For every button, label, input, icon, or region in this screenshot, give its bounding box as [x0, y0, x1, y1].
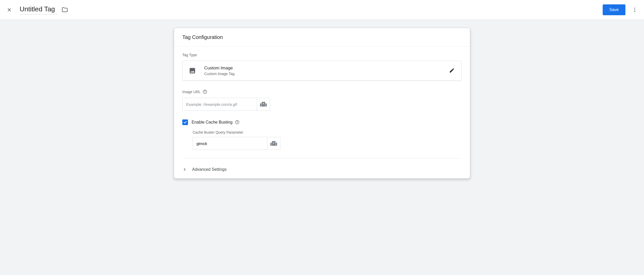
tag-type-title: Custom Image: [204, 66, 449, 71]
cache-busting-help[interactable]: [235, 120, 240, 125]
image-url-input[interactable]: [182, 98, 257, 111]
save-button[interactable]: Save: [603, 4, 625, 15]
content-area: Tag Configuration Tag Type Custom Image …: [0, 20, 644, 187]
svg-point-11: [237, 123, 237, 123]
svg-rect-14: [276, 143, 277, 146]
cache-busting-label: Enable Cache Busting: [192, 120, 232, 125]
svg-rect-16: [273, 142, 274, 143]
more-menu-button[interactable]: [632, 7, 638, 13]
pencil-icon: [449, 68, 455, 73]
tag-type-selector[interactable]: Custom Image Custom Image Tag: [182, 61, 462, 81]
svg-rect-7: [265, 103, 267, 107]
edit-tag-type-button[interactable]: [449, 68, 455, 74]
svg-rect-12: [270, 143, 272, 146]
page-header: Save: [0, 0, 644, 20]
image-url-variable-button[interactable]: [257, 98, 270, 111]
svg-rect-9: [263, 103, 264, 104]
folder-button[interactable]: [61, 6, 68, 13]
help-icon: [235, 120, 239, 124]
tag-type-label: Tag Type: [182, 53, 462, 57]
more-vert-icon: [632, 7, 638, 13]
cache-param-variable-button[interactable]: [267, 137, 280, 150]
svg-point-1: [634, 9, 635, 10]
image-url-label: Image URL: [182, 90, 201, 94]
advanced-settings-label: Advanced Settings: [192, 167, 226, 172]
check-icon: [183, 120, 187, 124]
variable-picker-icon: [260, 102, 267, 107]
close-button[interactable]: [6, 7, 12, 13]
tag-type-subtitle: Custom Image Tag: [204, 72, 449, 76]
svg-point-4: [205, 93, 205, 93]
help-icon: [203, 90, 207, 94]
chevron-right-icon: [182, 167, 187, 172]
cache-busting-checkbox[interactable]: [182, 119, 188, 125]
folder-icon: [61, 6, 68, 13]
variable-picker-icon: [270, 141, 277, 146]
cache-param-input[interactable]: [193, 137, 267, 150]
svg-rect-5: [260, 103, 261, 107]
advanced-settings-toggle[interactable]: Advanced Settings: [174, 160, 470, 179]
cache-param-label: Cache Buster Query Parameter: [193, 130, 462, 134]
svg-point-0: [634, 8, 635, 9]
close-icon: [6, 7, 12, 13]
image-url-help[interactable]: [203, 90, 207, 94]
tag-name-input[interactable]: [20, 5, 57, 14]
card-title: Tag Configuration: [174, 28, 470, 47]
config-card: Tag Configuration Tag Type Custom Image …: [174, 28, 470, 179]
image-icon: [189, 67, 196, 74]
svg-point-2: [634, 11, 635, 12]
